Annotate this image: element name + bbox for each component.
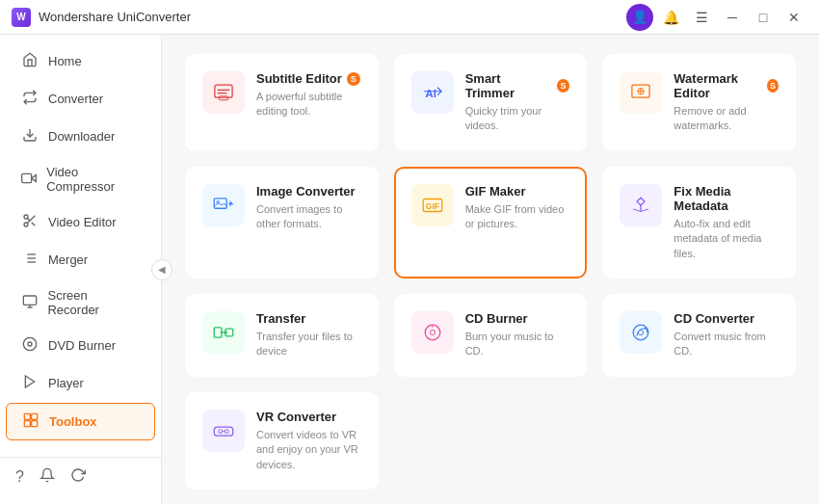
subtitle-editor-name: Subtitle Editor S bbox=[256, 71, 361, 86]
sidebar-item-home-label: Home bbox=[48, 54, 82, 68]
sidebar-item-video-compressor-label: Video Compressor bbox=[46, 165, 140, 194]
smart-trimmer-desc: Quicky trim your videos. bbox=[465, 104, 570, 134]
fix-media-metadata-info: Fix Media Metadata Auto-fix and edit met… bbox=[674, 184, 779, 261]
svg-marker-1 bbox=[32, 174, 37, 181]
sidebar-item-toolbox-label: Toolbox bbox=[49, 414, 97, 429]
svg-rect-33 bbox=[214, 199, 226, 208]
cd-converter-name: CD Converter bbox=[674, 311, 779, 326]
sidebar-item-toolbox[interactable]: Toolbox bbox=[6, 403, 155, 440]
sidebar-item-merger[interactable]: Merger bbox=[6, 242, 155, 278]
video-editor-icon bbox=[21, 213, 39, 231]
watermark-editor-icon-box bbox=[620, 71, 662, 114]
svg-rect-24 bbox=[215, 85, 232, 97]
screen-recorder-icon bbox=[21, 294, 38, 312]
subtitle-editor-info: Subtitle Editor S A powerful subtitle ed… bbox=[256, 71, 361, 119]
user-icon[interactable]: 👤 bbox=[626, 4, 653, 31]
tool-card-transfer[interactable]: Transfer Transfer your files to device bbox=[185, 294, 379, 377]
svg-rect-27 bbox=[219, 96, 227, 100]
smart-trimmer-badge: S bbox=[557, 79, 570, 93]
svg-text:GIF: GIF bbox=[426, 201, 439, 211]
cd-burner-desc: Burn your music to CD. bbox=[465, 330, 570, 359]
fix-media-metadata-name: Fix Media Metadata bbox=[674, 184, 779, 213]
sidebar-item-dvd-burner[interactable]: DVD Burner bbox=[6, 328, 155, 363]
maximize-button[interactable]: □ bbox=[750, 4, 777, 31]
title-bar-left: W Wondershare UniConverter bbox=[12, 8, 191, 27]
tool-card-image-converter[interactable]: Image Converter Convert images to other … bbox=[185, 167, 379, 279]
transfer-desc: Transfer your files to device bbox=[256, 330, 361, 359]
notification-icon[interactable] bbox=[40, 467, 55, 487]
sidebar-footer: ? bbox=[0, 457, 161, 496]
svg-point-48 bbox=[225, 429, 228, 433]
gif-maker-desc: Make GIF from video or pictures. bbox=[465, 202, 570, 232]
close-button[interactable]: ✕ bbox=[780, 4, 807, 31]
toolbox-grid: Subtitle Editor S A powerful subtitle ed… bbox=[185, 54, 796, 490]
fix-media-metadata-icon-box bbox=[620, 184, 662, 226]
downloader-icon bbox=[21, 127, 39, 146]
smart-trimmer-icon-box: AI bbox=[411, 71, 454, 114]
home-icon bbox=[21, 52, 39, 70]
vr-converter-name: VR Converter bbox=[256, 410, 361, 424]
svg-point-47 bbox=[219, 429, 223, 433]
bell-icon[interactable]: 🔔 bbox=[657, 4, 684, 31]
app-logo: W bbox=[12, 8, 31, 27]
sidebar-item-screen-recorder[interactable]: Screen Recorder bbox=[6, 279, 155, 326]
sidebar-item-converter[interactable]: Converter bbox=[6, 81, 155, 117]
image-converter-info: Image Converter Convert images to other … bbox=[256, 184, 361, 232]
tool-card-cd-converter[interactable]: CD Converter Convert music from CD. bbox=[602, 294, 796, 377]
svg-point-18 bbox=[28, 342, 32, 346]
smart-trimmer-info: Smart Trimmer S Quicky trim your videos. bbox=[465, 71, 570, 134]
sidebar-item-downloader[interactable]: Downloader bbox=[6, 119, 155, 154]
sidebar-collapse-button[interactable]: ◀ bbox=[151, 259, 172, 280]
vr-converter-desc: Convert videos to VR and enjoy on your V… bbox=[256, 428, 361, 472]
watermark-editor-info: Watermark Editor S Remove or add waterma… bbox=[674, 71, 779, 134]
sidebar-item-video-compressor[interactable]: Video Compressor bbox=[6, 156, 155, 202]
main-layout: Home Converter Downloader Video Compress… bbox=[0, 35, 819, 504]
sidebar-item-merger-label: Merger bbox=[48, 252, 88, 267]
vr-converter-icon-box bbox=[202, 410, 245, 452]
svg-rect-23 bbox=[32, 421, 38, 427]
tool-card-gif-maker[interactable]: GIF GIF Maker Make GIF from video or pic… bbox=[394, 167, 588, 279]
tool-card-watermark-editor[interactable]: Watermark Editor S Remove or add waterma… bbox=[602, 54, 796, 151]
watermark-editor-badge: S bbox=[767, 79, 779, 93]
cd-burner-name: CD Burner bbox=[465, 311, 570, 326]
cd-burner-info: CD Burner Burn your music to CD. bbox=[465, 311, 570, 359]
tool-card-smart-trimmer[interactable]: AI Smart Trimmer S Quicky trim your vide… bbox=[394, 54, 588, 151]
sidebar-item-dvd-burner-label: DVD Burner bbox=[48, 338, 116, 353]
menu-icon[interactable]: ☰ bbox=[688, 4, 715, 31]
player-icon bbox=[21, 374, 39, 392]
tool-card-fix-media-metadata[interactable]: Fix Media Metadata Auto-fix and edit met… bbox=[602, 167, 796, 279]
gif-maker-icon-box: GIF bbox=[411, 184, 454, 226]
merger-icon bbox=[21, 251, 39, 269]
cd-converter-icon-box bbox=[620, 311, 662, 354]
sidebar-item-video-editor-label: Video Editor bbox=[48, 215, 117, 229]
svg-rect-14 bbox=[23, 296, 36, 305]
svg-point-42 bbox=[430, 330, 435, 334]
svg-point-3 bbox=[24, 215, 28, 219]
svg-marker-19 bbox=[25, 376, 34, 387]
transfer-info: Transfer Transfer your files to device bbox=[256, 311, 361, 359]
watermark-editor-name: Watermark Editor S bbox=[674, 71, 779, 100]
refresh-icon[interactable] bbox=[70, 467, 86, 487]
sidebar-item-video-editor[interactable]: Video Editor bbox=[6, 204, 155, 240]
image-converter-name: Image Converter bbox=[256, 184, 361, 199]
sidebar: Home Converter Downloader Video Compress… bbox=[0, 35, 162, 504]
svg-text:AI: AI bbox=[425, 87, 436, 99]
svg-line-6 bbox=[32, 223, 36, 226]
converter-icon bbox=[21, 90, 39, 108]
video-compressor-icon bbox=[21, 171, 37, 189]
transfer-icon-box bbox=[202, 311, 245, 354]
gif-maker-info: GIF Maker Make GIF from video or picture… bbox=[465, 184, 570, 232]
help-icon[interactable]: ? bbox=[15, 468, 24, 486]
minimize-button[interactable]: ─ bbox=[719, 4, 746, 31]
sidebar-item-screen-recorder-label: Screen Recorder bbox=[47, 288, 140, 317]
sidebar-item-player[interactable]: Player bbox=[6, 365, 155, 401]
sidebar-item-home[interactable]: Home bbox=[6, 43, 155, 79]
gif-maker-name: GIF Maker bbox=[465, 184, 570, 199]
tool-card-cd-burner[interactable]: CD Burner Burn your music to CD. bbox=[394, 294, 588, 377]
dvd-burner-icon bbox=[21, 336, 39, 355]
tool-card-vr-converter[interactable]: VR Converter Convert videos to VR and en… bbox=[185, 392, 379, 490]
cd-burner-icon-box bbox=[411, 311, 454, 354]
subtitle-editor-badge: S bbox=[347, 72, 360, 86]
sidebar-item-player-label: Player bbox=[48, 376, 84, 390]
tool-card-subtitle-editor[interactable]: Subtitle Editor S A powerful subtitle ed… bbox=[185, 54, 379, 151]
